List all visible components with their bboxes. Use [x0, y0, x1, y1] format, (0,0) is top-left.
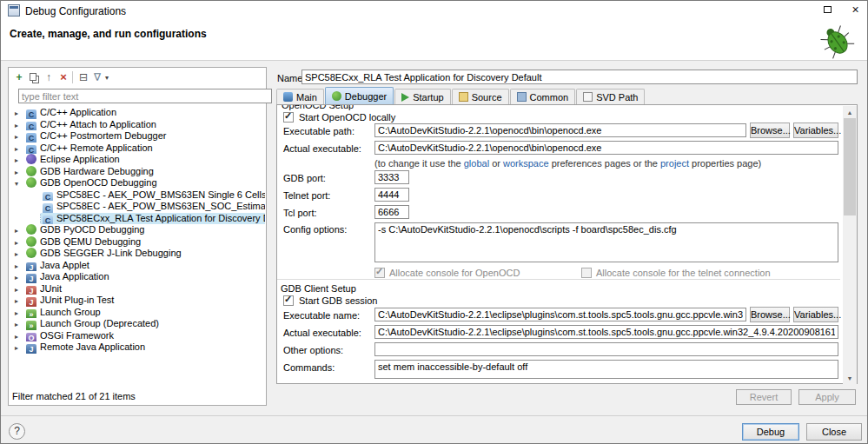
tree-expand-icon[interactable]: ▸ [15, 342, 24, 354]
tree-expand-icon[interactable]: ▸ [15, 155, 24, 166]
start-gdb-session-checkbox[interactable]: ✓ [283, 295, 294, 306]
tree-item[interactable]: ▸GDB SEGGER J-Link Debugging [10, 248, 265, 260]
tree-item[interactable]: ▾GDB OpenOCD Debugging [10, 177, 265, 189]
scroll-up-icon[interactable]: ▲ [843, 106, 857, 118]
tree-expand-icon[interactable]: ▸ [15, 261, 24, 272]
variables-button[interactable]: Variables... [793, 307, 838, 322]
tree-item[interactable]: ▸JJava Applet [10, 260, 265, 272]
scroll-down-icon[interactable]: ▼ [843, 372, 857, 384]
tree-expand-icon[interactable]: ▸ [15, 272, 24, 283]
tree-item[interactable]: ▸GDB Hardware Debugging [10, 166, 265, 178]
tree-item[interactable]: CSPC58EC - AEK_POW_BMS63EN_SOC_Estimatio… [10, 201, 265, 213]
c-application-icon: C [43, 215, 53, 225]
check-icon: ✓ [284, 110, 292, 122]
tree-expand-icon[interactable]: ▸ [15, 331, 24, 342]
start-gdb-session-label[interactable]: Start GDB session [299, 295, 377, 306]
maximize-button[interactable] [814, 1, 841, 19]
executable-path-label: Executable path: [283, 126, 354, 136]
variables-button[interactable]: Variables... [793, 123, 838, 138]
tree-expand-icon[interactable]: ▸ [15, 108, 24, 119]
close-button[interactable]: × [842, 1, 868, 19]
tree-item[interactable]: ▸JJava Application [10, 271, 265, 283]
tree-item[interactable]: ▸CC/C++ Application [10, 107, 265, 119]
project-link[interactable]: project [660, 158, 689, 169]
close-icon: × [842, 1, 868, 19]
tcl-port-input[interactable] [374, 205, 409, 219]
help-button[interactable]: ? [9, 423, 25, 440]
tab-startup[interactable]: Startup [394, 89, 450, 104]
tree-expand-icon[interactable]: ▸ [15, 249, 24, 260]
tree-expand-icon[interactable]: ▸ [15, 120, 24, 131]
launch-group-icon: » [26, 309, 36, 319]
tree-item[interactable]: ▸»Launch Group (Deprecated) [10, 318, 265, 330]
start-openocd-checkbox[interactable]: ✓ [283, 112, 294, 123]
allocate-console-openocd-checkbox: ✓ [374, 268, 385, 278]
tree-item[interactable]: ▸JJUnit Plug-in Test [10, 295, 265, 307]
tree-item-label: C/C++ Attach to Application [40, 119, 156, 129]
tree-item-label: SPC58EC - AEK_POW_BMS63EN_SOC_Estimation… [56, 201, 265, 211]
executable-path-input[interactable] [374, 123, 746, 137]
content-scrollbar[interactable]: ▲ ▼ [843, 106, 857, 384]
title-bar[interactable]: Debug Configurations × [1, 1, 867, 20]
tab-main[interactable]: Main [276, 89, 324, 104]
browse-button[interactable]: Browse... [750, 123, 790, 138]
tree-item[interactable]: ▸CC/C++ Remote Application [10, 142, 265, 155]
tree-item[interactable]: ▸CC/C++ Attach to Application [10, 119, 265, 131]
config-options-textarea[interactable]: -s C:\AutoDevKitStudio-2.2.1\openocd\scr… [374, 222, 838, 262]
tree-expand-icon[interactable]: ▸ [15, 225, 24, 236]
start-openocd-label[interactable]: Start OpenOCD locally [299, 112, 395, 123]
tree-expand-icon[interactable]: ▸ [15, 284, 24, 295]
tree-expand-icon[interactable]: ▸ [15, 295, 24, 307]
workspace-link[interactable]: workspace [503, 158, 549, 169]
tree-item[interactable]: ▸OOSGi Framework [10, 330, 265, 342]
tab-common[interactable]: Common [510, 89, 576, 104]
tree-item-label: JUnit [40, 283, 62, 294]
c-application-icon: C [43, 192, 53, 202]
tree-item[interactable]: ▸JRemote Java Application [10, 341, 265, 354]
global-link[interactable]: global [464, 158, 489, 169]
duplicate-icon[interactable] [27, 70, 41, 84]
filter-menu-caret-icon[interactable]: ▾ [103, 74, 111, 82]
name-input[interactable] [301, 70, 858, 84]
new-configuration-icon[interactable]: + [12, 70, 26, 84]
tree-item[interactable]: ▸GDB QEMU Debugging [10, 236, 265, 249]
tree-item[interactable]: ▸Eclipse Application [10, 154, 265, 166]
other-options-input[interactable] [374, 342, 838, 356]
tree-item-selected[interactable]: CSPC58ECxx_RLA Test Application for Disc… [10, 213, 265, 225]
window-title: Debug Configurations [25, 5, 126, 17]
tree-item[interactable]: ▸CC/C++ Postmortem Debugger [10, 130, 265, 142]
actual-executable2-input[interactable] [374, 325, 838, 339]
tree-expand-icon[interactable]: ▸ [15, 167, 24, 178]
tree-expand-icon[interactable]: ▸ [15, 319, 24, 330]
delete-icon[interactable]: × [56, 70, 70, 84]
tree-item[interactable]: ▸GDB PyOCD Debugging [10, 224, 265, 236]
tree-item[interactable]: ▸»Launch Group [10, 307, 265, 319]
tree-expand-icon[interactable]: ▸ [15, 237, 24, 249]
gdb-port-input[interactable] [374, 170, 409, 184]
tab-debugger[interactable]: Debugger [325, 87, 394, 104]
filter-input[interactable] [18, 89, 272, 103]
executable-name-input[interactable] [374, 308, 746, 321]
page-title: Create, manage, and run configurations [10, 28, 207, 40]
tree-item-label: JUnit Plug-in Test [40, 295, 114, 305]
tree-item[interactable]: CSPC58EC - AEK_POW_BMS63EN Single 6 Cell… [10, 189, 265, 202]
source-tab-icon [459, 92, 468, 102]
tab-label: Source [472, 92, 502, 103]
scrollbar-thumb[interactable] [844, 118, 856, 215]
tree-expand-icon[interactable]: ▸ [15, 143, 24, 155]
preferences-note: (to change it use the global or workspac… [374, 158, 761, 169]
tab-svd-path[interactable]: SVD Path [576, 89, 645, 104]
actual-executable-input[interactable] [374, 141, 838, 155]
tree-item[interactable]: ▸JJUnit [10, 283, 265, 295]
tree-collapse-icon[interactable]: ▾ [15, 178, 24, 189]
close-dialog-button[interactable]: Close [806, 423, 862, 441]
telnet-port-input[interactable] [374, 188, 409, 202]
browse-button[interactable]: Browse... [750, 307, 790, 322]
commands-textarea[interactable]: set mem inaccessible-by-default off [374, 360, 838, 379]
export-icon[interactable]: ↑ [42, 70, 56, 84]
debug-button[interactable]: Debug [742, 423, 799, 441]
tab-source[interactable]: Source [452, 89, 509, 104]
collapse-all-icon[interactable]: ⊟ [76, 70, 90, 84]
tree-expand-icon[interactable]: ▸ [15, 131, 24, 142]
tree-expand-icon[interactable]: ▸ [15, 308, 24, 319]
